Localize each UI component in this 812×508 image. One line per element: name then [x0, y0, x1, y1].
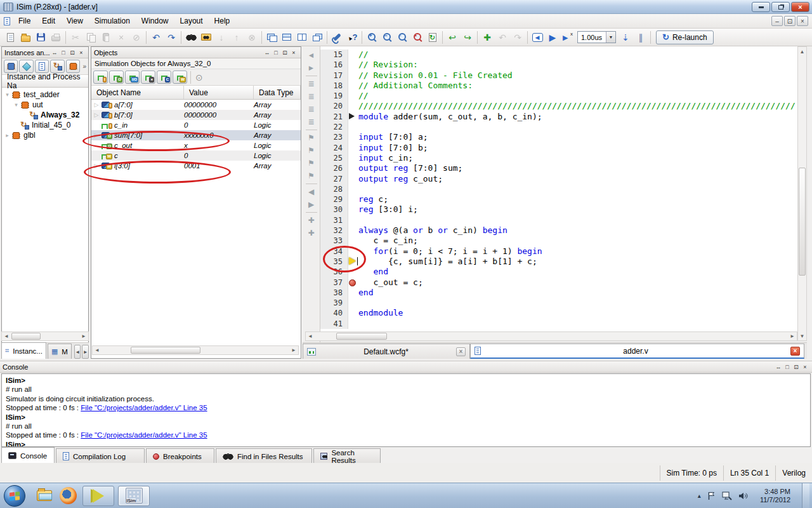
- goto-line-icon[interactable]: ≣: [304, 90, 318, 103]
- zoom-full-icon[interactable]: ◦: [395, 30, 410, 45]
- close-tab-icon[interactable]: ×: [456, 347, 466, 356]
- tree-expander-icon[interactable]: ▾: [12, 102, 20, 108]
- tile-vertical-icon[interactable]: [294, 30, 310, 45]
- restore-button[interactable]: [771, 2, 790, 12]
- column-object-name[interactable]: Object Name: [91, 86, 184, 99]
- line-number[interactable]: 24: [320, 143, 348, 153]
- mdi-restore-button[interactable]: ⊡: [784, 16, 796, 26]
- taskbar-explorer-button[interactable]: [37, 490, 52, 501]
- column-data-type[interactable]: Data Type: [254, 86, 301, 99]
- start-button[interactable]: [4, 485, 25, 507]
- console-output[interactable]: ISim># run allSimulator is doing circuit…: [1, 373, 811, 447]
- next-bookmark-icon[interactable]: ⚑: [304, 144, 318, 157]
- cascade-windows-icon[interactable]: [264, 30, 279, 45]
- panel-tab-instanc-[interactable]: ⌗Instanc...: [1, 342, 46, 359]
- line-number[interactable]: 22: [320, 122, 348, 132]
- clear-bookmarks-icon[interactable]: ⚑: [304, 170, 318, 182]
- network-icon[interactable]: [722, 491, 732, 500]
- taskbar-ise-button[interactable]: [82, 486, 114, 506]
- breakpoint-icon[interactable]: [349, 279, 356, 286]
- line-number[interactable]: 23: [320, 132, 348, 142]
- column-value[interactable]: Value: [184, 86, 254, 99]
- line-number[interactable]: 41: [320, 319, 348, 329]
- scroll-down-icon[interactable]: ▼: [798, 332, 806, 340]
- line-number[interactable]: 29: [320, 194, 348, 204]
- objects-hscrollbar[interactable]: ◄ ►: [92, 345, 299, 355]
- taskbar-clock[interactable]: 3:48 PM 11/7/2012: [760, 488, 790, 504]
- reload-icon[interactable]: [425, 30, 440, 45]
- find-in-files-icon[interactable]: [199, 30, 214, 45]
- goto-next-icon[interactable]: ↪: [460, 30, 475, 45]
- indent-guide-icon[interactable]: ≣: [304, 116, 318, 128]
- save-icon[interactable]: [33, 30, 48, 45]
- action-center-flag-icon[interactable]: [707, 491, 716, 500]
- line-number[interactable]: 16: [320, 60, 348, 70]
- scroll-left-icon[interactable]: ◄: [3, 332, 10, 340]
- filter-constants-icon[interactable]: C: [157, 70, 171, 84]
- menu-help[interactable]: Help: [209, 15, 236, 27]
- code-editor[interactable]: 15//16// Revision:17// Revision 0.01 - F…: [320, 46, 797, 331]
- preferences-wrench-icon[interactable]: [329, 30, 344, 45]
- float-panel-icon[interactable]: ⊡: [68, 48, 77, 57]
- taskbar-firefox-button[interactable]: [60, 487, 77, 504]
- scroll-right-icon[interactable]: ►: [290, 346, 298, 354]
- line-number[interactable]: 32: [320, 225, 348, 236]
- run-for-time-icon[interactable]: [560, 30, 575, 45]
- close-tab-icon[interactable]: ×: [790, 347, 800, 356]
- console-tab-breakpoints[interactable]: Breakpoints: [146, 448, 214, 464]
- line-number[interactable]: 36: [320, 267, 348, 277]
- float-panel-icon[interactable]: ⊡: [280, 48, 289, 57]
- zoom-out-icon[interactable]: −: [379, 30, 395, 45]
- scroll-up-icon[interactable]: ▲: [798, 48, 806, 55]
- toggle-bookmark-icon[interactable]: ⚑: [304, 131, 318, 144]
- relaunch-button[interactable]: ↻Re-launch: [656, 30, 714, 44]
- menu-file[interactable]: File: [13, 15, 36, 27]
- line-number[interactable]: 40: [320, 308, 348, 318]
- tree-item-uut[interactable]: ▾uut: [2, 100, 88, 110]
- tile-horizontal-icon[interactable]: [279, 30, 294, 45]
- instances-filter-cube-icon[interactable]: [19, 60, 33, 73]
- maximize-panel-icon[interactable]: □: [272, 48, 280, 57]
- line-numbers-icon[interactable]: ≣: [304, 77, 318, 90]
- maximize-panel-icon[interactable]: □: [783, 363, 792, 371]
- breakpoint-marker[interactable]: [348, 277, 358, 288]
- console-source-link[interactable]: File "C:/projects/adder/adder.v" Line 35: [81, 431, 207, 439]
- console-source-link[interactable]: File "C:/projects/adder/adder.v" Line 35: [81, 404, 207, 411]
- console-tab-search-results[interactable]: Search Results: [313, 448, 381, 464]
- context-help-icon[interactable]: [344, 30, 360, 45]
- maximize-panel-icon[interactable]: □: [59, 48, 68, 57]
- line-number[interactable]: 15: [320, 50, 348, 60]
- add-marker-icon[interactable]: ✚: [480, 30, 495, 45]
- object-row-c[interactable]: Wc0Logic: [91, 150, 301, 161]
- line-number[interactable]: 25: [320, 153, 348, 163]
- object-row-i-3-0-[interactable]: ▷Wi[3:0]0001Array: [91, 161, 301, 171]
- tree-item-initial_45_0[interactable]: Initial_45_0: [2, 120, 88, 130]
- tree-expander-icon[interactable]: ▾: [3, 91, 11, 98]
- find-icon[interactable]: [183, 30, 199, 45]
- sim-time-input[interactable]: 1.00us▼: [577, 31, 616, 43]
- line-number[interactable]: 39: [320, 298, 348, 308]
- line-number[interactable]: 30: [320, 204, 348, 215]
- filter-inouts-icon[interactable]: I/O: [125, 70, 140, 84]
- line-number[interactable]: 18: [320, 81, 348, 91]
- menu-layout[interactable]: Layout: [174, 15, 209, 27]
- step-icon[interactable]: ⇣: [618, 30, 633, 45]
- combo-dropdown-icon[interactable]: ▼: [606, 32, 615, 43]
- prev-bookmark-icon[interactable]: ⚑: [304, 157, 318, 170]
- row-expander-icon[interactable]: ▷: [91, 163, 102, 169]
- line-number[interactable]: 20: [320, 101, 348, 111]
- scroll-left-icon[interactable]: ◄: [93, 346, 101, 354]
- console-tab-compilation-log[interactable]: Compilation Log: [56, 448, 145, 464]
- filter-inputs-icon[interactable]: I: [93, 70, 108, 84]
- line-number[interactable]: 33: [320, 236, 348, 246]
- object-row-c-in[interactable]: Ic_in0Logic: [91, 120, 301, 130]
- undo-icon[interactable]: ↶: [148, 30, 164, 45]
- next-marker-icon[interactable]: ►: [304, 62, 318, 74]
- menu-simulation[interactable]: Simulation: [89, 15, 136, 27]
- object-row-c-out[interactable]: Oc_outxLogic: [91, 140, 301, 150]
- line-number[interactable]: 37: [320, 277, 348, 288]
- line-number[interactable]: 21: [320, 112, 348, 122]
- line-number[interactable]: 26: [320, 163, 348, 173]
- line-number[interactable]: 35: [320, 257, 348, 267]
- close-panel-icon[interactable]: ×: [801, 363, 809, 371]
